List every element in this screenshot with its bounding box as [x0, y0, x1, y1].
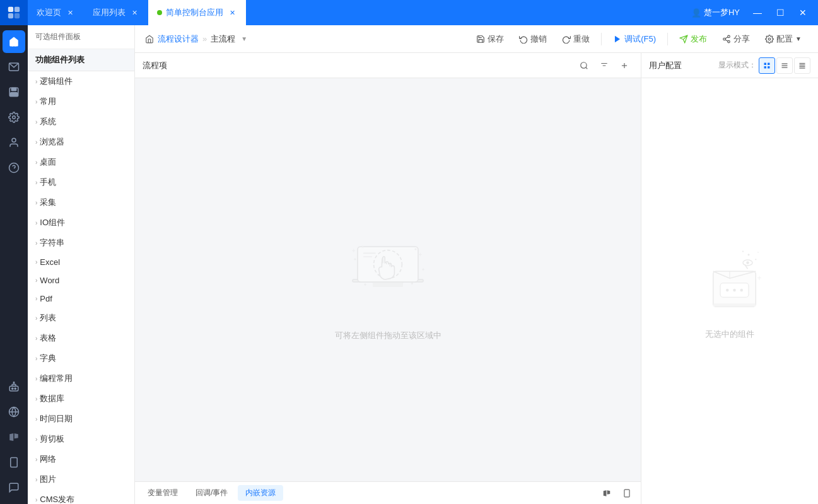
- list-item[interactable]: › Word: [28, 271, 134, 290]
- item-label: 网络: [40, 454, 56, 465]
- display-mode-grid[interactable]: [759, 57, 775, 74]
- nav-windows[interactable]: [3, 426, 25, 448]
- item-label: 表格: [40, 332, 56, 344]
- svg-rect-6: [11, 88, 16, 91]
- list-item[interactable]: › 表格: [28, 328, 134, 348]
- config-empty-text: 无选中的组件: [705, 329, 754, 340]
- breadcrumb-dropdown[interactable]: ▼: [239, 34, 249, 44]
- breadcrumb-current: 主流程: [211, 33, 235, 45]
- windows-icon-btn[interactable]: [598, 484, 616, 502]
- undo-button[interactable]: 撤销: [513, 30, 553, 48]
- tab-applist[interactable]: 应用列表 ✕: [84, 0, 148, 25]
- list-item[interactable]: › CMS发布: [28, 489, 134, 504]
- tab-applist-close[interactable]: ✕: [129, 8, 139, 18]
- publish-button[interactable]: 发布: [673, 30, 713, 48]
- svg-rect-3: [15, 13, 20, 18]
- user-info[interactable]: 👤 楚一梦HY: [686, 4, 745, 21]
- list-item[interactable]: › 手机: [28, 172, 134, 192]
- share-button[interactable]: 分享: [716, 30, 756, 48]
- arrow-icon: ›: [35, 119, 37, 126]
- search-button[interactable]: [575, 57, 593, 74]
- list-item[interactable]: › 剪切板: [28, 429, 134, 449]
- tab-flowapp-close[interactable]: ✕: [227, 8, 237, 18]
- filter-button[interactable]: [595, 57, 613, 74]
- list-item[interactable]: › 网络: [28, 449, 134, 469]
- maximize-button[interactable]: ☐: [770, 3, 790, 23]
- nav-settings[interactable]: [3, 106, 25, 129]
- nav-mobile[interactable]: [3, 451, 25, 474]
- list-item[interactable]: › 桌面: [28, 152, 134, 172]
- svg-point-62: [755, 259, 756, 260]
- svg-rect-75: [713, 303, 756, 307]
- list-item[interactable]: › 编程常用: [28, 368, 134, 389]
- redo-button[interactable]: 重做: [556, 30, 596, 48]
- flow-empty-text: 可将左侧组件拖动至该区域中: [335, 330, 441, 341]
- config-empty: + 无选中的组件: [641, 78, 818, 504]
- nav-home[interactable]: [3, 30, 25, 53]
- minimize-button[interactable]: —: [747, 3, 768, 23]
- arrow-icon: ›: [35, 335, 37, 342]
- svg-rect-1: [15, 7, 20, 12]
- item-label: 常用: [40, 96, 56, 107]
- mobile-icon-btn[interactable]: [618, 484, 636, 502]
- list-item[interactable]: › 采集: [28, 192, 134, 213]
- svg-rect-52: [764, 66, 767, 69]
- username: 楚一梦HY: [704, 7, 740, 18]
- list-item[interactable]: › 浏览器: [28, 132, 134, 152]
- list-item[interactable]: › 图片: [28, 469, 134, 489]
- nav-globe[interactable]: [3, 401, 25, 423]
- close-button[interactable]: ✕: [793, 3, 813, 23]
- svg-point-68: [746, 261, 749, 264]
- list-item[interactable]: › 时间日期: [28, 409, 134, 429]
- list-item[interactable]: › 逻辑组件: [28, 71, 134, 91]
- list-item[interactable]: › 字符串: [28, 233, 134, 253]
- nav-user[interactable]: [3, 131, 25, 154]
- tab-embedded-resource[interactable]: 内嵌资源: [238, 485, 283, 501]
- tab-welcome-close[interactable]: ✕: [65, 8, 75, 18]
- svg-point-64: [757, 252, 759, 253]
- tab-welcome[interactable]: 欢迎页 ✕: [28, 0, 84, 25]
- list-item[interactable]: › 系统: [28, 112, 134, 132]
- nav-robot[interactable]: [3, 375, 25, 398]
- svg-rect-12: [9, 386, 18, 391]
- tab-callback-event[interactable]: 回调/事件: [188, 485, 235, 501]
- arrow-icon: ›: [35, 295, 37, 302]
- display-mode-compact[interactable]: [794, 57, 810, 74]
- list-item[interactable]: › 列表: [28, 308, 134, 328]
- add-flow-button[interactable]: [616, 57, 633, 74]
- nav-chat[interactable]: [3, 476, 25, 499]
- breadcrumb-home[interactable]: 流程设计器: [158, 33, 199, 45]
- tab-variable-manage[interactable]: 变量管理: [140, 485, 185, 501]
- arrow-icon: ›: [35, 436, 37, 443]
- arrow-icon: ›: [35, 179, 37, 186]
- item-label: 桌面: [40, 156, 56, 168]
- nav-mail[interactable]: [3, 56, 25, 78]
- tab-flowapp-label: 简单控制台应用: [166, 7, 223, 18]
- display-mode-list[interactable]: [776, 57, 793, 74]
- list-item[interactable]: › 常用: [28, 91, 134, 112]
- list-item[interactable]: › IO组件: [28, 213, 134, 233]
- tab-flowapp[interactable]: 简单控制台应用 ✕: [148, 0, 246, 25]
- config-button[interactable]: 配置 ▼: [759, 30, 808, 48]
- tab-applist-label: 应用列表: [93, 7, 126, 18]
- flow-header-actions: [575, 57, 633, 74]
- nav-help[interactable]: [3, 156, 25, 179]
- nav-save[interactable]: [3, 81, 25, 103]
- svg-rect-35: [373, 282, 403, 287]
- list-item[interactable]: › Excel: [28, 253, 134, 271]
- flow-header: 流程项: [135, 53, 641, 78]
- titlebar: 欢迎页 ✕ 应用列表 ✕ 简单控制台应用 ✕ 👤 楚一梦HY — ☐ ✕: [0, 0, 818, 25]
- debug-button[interactable]: 调试(F5): [607, 30, 662, 48]
- item-label: IO组件: [40, 217, 65, 228]
- svg-point-41: [414, 248, 416, 250]
- svg-point-8: [13, 116, 16, 119]
- list-item[interactable]: › 字典: [28, 348, 134, 368]
- list-item[interactable]: › 数据库: [28, 389, 134, 409]
- save-button[interactable]: 保存: [470, 30, 510, 48]
- list-item[interactable]: › Pdf: [28, 290, 134, 308]
- svg-rect-0: [8, 7, 13, 12]
- user-icon: 👤: [691, 8, 701, 18]
- svg-text:+: +: [418, 250, 423, 258]
- svg-point-25: [723, 38, 726, 40]
- svg-point-43: [422, 268, 424, 270]
